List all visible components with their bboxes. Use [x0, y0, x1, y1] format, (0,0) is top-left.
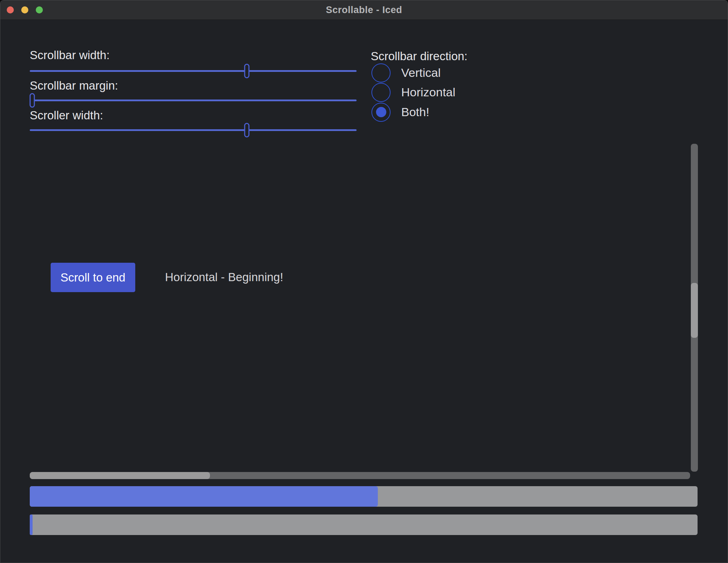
radio-label[interactable]: Both!	[401, 105, 429, 119]
radio-button-icon[interactable]	[371, 103, 391, 122]
app-window: Scrollable - Iced Scrollbar width: Scrol…	[0, 0, 728, 563]
slider-handle[interactable]	[244, 123, 249, 137]
horizontal-progress-bar	[30, 486, 698, 507]
radio-label[interactable]: Horizontal	[401, 85, 455, 99]
vertical-progress-fill	[30, 514, 33, 535]
radio-button-icon[interactable]	[371, 83, 391, 102]
vertical-scrollbar-thumb[interactable]	[691, 283, 698, 338]
slider-handle[interactable]	[30, 93, 35, 108]
radio-button-icon[interactable]	[371, 63, 391, 83]
scrollbar-margin-label: Scrollbar margin:	[30, 79, 118, 93]
scrollbar-width-label: Scrollbar width:	[30, 48, 110, 62]
radio-dot-icon	[376, 107, 386, 117]
slider-rail[interactable]	[30, 70, 357, 72]
slider-rail[interactable]	[30, 129, 357, 131]
minimize-button[interactable]	[21, 6, 28, 13]
horizontal-progress-fill	[30, 486, 378, 507]
radio-label[interactable]: Vertical	[401, 66, 441, 80]
window-title: Scrollable - Iced	[0, 0, 728, 19]
scroller-width-slider[interactable]	[30, 123, 357, 137]
scrollbar-margin-slider[interactable]	[30, 93, 357, 108]
scrollbar-width-slider[interactable]	[30, 64, 357, 78]
scroll-status-text: Horizontal - Beginning!	[165, 270, 283, 284]
radio-option-horizontal[interactable]: Horizontal	[371, 83, 455, 102]
titlebar: Scrollable - Iced	[0, 0, 728, 20]
maximize-button[interactable]	[36, 6, 43, 13]
vertical-scrollbar-track[interactable]	[691, 144, 698, 472]
radio-option-vertical[interactable]: Vertical	[371, 63, 441, 83]
horizontal-scrollbar-thumb[interactable]	[30, 472, 210, 479]
close-button[interactable]	[7, 6, 14, 13]
horizontal-scrollbar-track[interactable]	[30, 472, 690, 479]
radio-option-both[interactable]: Both!	[371, 102, 429, 122]
scrollbar-direction-label: Scrollbar direction:	[371, 49, 467, 63]
scroll-to-end-button[interactable]: Scroll to end	[51, 263, 135, 292]
scroller-width-label: Scroller width:	[30, 108, 103, 123]
vertical-progress-bar	[30, 514, 698, 535]
slider-rail[interactable]	[30, 99, 357, 101]
slider-handle[interactable]	[244, 64, 249, 78]
